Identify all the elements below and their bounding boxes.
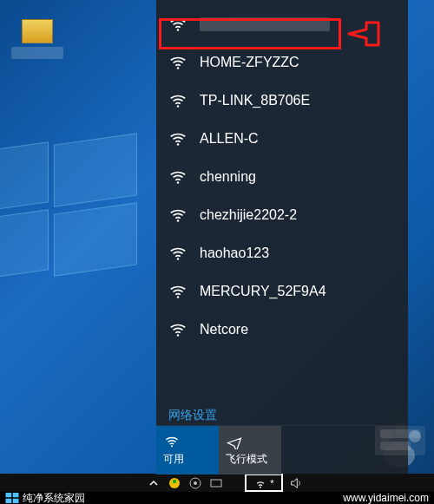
svg-point-8 xyxy=(177,334,180,337)
user-account-tile[interactable] xyxy=(375,426,425,455)
airplane-toggle[interactable]: 飞行模式 xyxy=(219,426,281,475)
svg-rect-21 xyxy=(13,493,19,497)
wifi-name-redacted xyxy=(200,17,330,31)
wifi-icon xyxy=(168,320,187,339)
svg-rect-20 xyxy=(6,493,12,497)
annotation-arrow-icon xyxy=(345,19,380,49)
wifi-icon xyxy=(168,206,187,225)
svg-rect-15 xyxy=(173,480,176,483)
watermark-bar: 纯净系统家园 www.yidaimei.com xyxy=(0,492,434,504)
svg-rect-23 xyxy=(13,499,19,503)
svg-point-4 xyxy=(177,181,180,184)
wifi-name: haohao123 xyxy=(200,245,269,261)
wifi-list: HOME-ZFYZZC TP-LINK_8B706E ALLEN-C chenn… xyxy=(156,0,408,401)
wifi-icon xyxy=(168,244,187,263)
wifi-item[interactable]: chenning xyxy=(156,158,408,196)
airplane-icon xyxy=(226,434,243,449)
wifi-toggle-label: 可用 xyxy=(163,452,184,467)
wifi-item[interactable]: haohao123 xyxy=(156,234,408,272)
svg-point-5 xyxy=(177,219,180,222)
wifi-icon xyxy=(253,476,267,490)
wifi-item[interactable]: MERCURY_52F9A4 xyxy=(156,272,408,311)
tray-volume-button[interactable] xyxy=(288,475,304,491)
svg-point-7 xyxy=(177,296,180,298)
svg-point-2 xyxy=(177,105,180,108)
wifi-name: chezhijie2202-2 xyxy=(200,207,297,223)
wifi-name: chenning xyxy=(200,169,256,185)
wifi-icon xyxy=(168,15,187,34)
wifi-name: Netcore xyxy=(200,322,248,337)
svg-point-0 xyxy=(177,29,180,31)
tray-app-icon[interactable] xyxy=(167,475,182,491)
wifi-icon xyxy=(168,91,187,110)
svg-rect-18 xyxy=(211,480,221,487)
wifi-item[interactable]: HOME-ZFYZZC xyxy=(156,43,408,82)
wifi-icon xyxy=(168,129,187,148)
svg-point-3 xyxy=(177,143,180,146)
tray-disc-icon[interactable] xyxy=(187,475,203,491)
wifi-name: TP-LINK_8B706E xyxy=(200,93,310,108)
svg-point-17 xyxy=(194,481,197,485)
network-flyout: HOME-ZFYZZC TP-LINK_8B706E ALLEN-C chenn… xyxy=(156,0,408,474)
tray-overflow-button[interactable] xyxy=(146,475,161,491)
svg-point-9 xyxy=(171,445,173,447)
wifi-toggle[interactable]: 可用 xyxy=(156,426,219,475)
quick-toggles: 可用 飞行模式 xyxy=(156,425,408,474)
watermark-brand: 纯净系统家园 xyxy=(23,491,85,505)
svg-rect-22 xyxy=(6,499,12,503)
wifi-asterisk: * xyxy=(270,478,273,488)
wifi-icon xyxy=(168,282,187,301)
svg-point-6 xyxy=(177,258,180,260)
wifi-icon xyxy=(163,434,181,449)
wifi-icon xyxy=(168,167,187,187)
wifi-item[interactable]: TP-LINK_8B706E xyxy=(156,82,408,120)
wifi-name: ALLEN-C xyxy=(200,131,259,147)
wifi-icon xyxy=(168,53,187,72)
wifi-name: HOME-ZFYZZC xyxy=(200,55,299,70)
system-tray: * xyxy=(142,474,307,492)
desktop-shortcut[interactable] xyxy=(16,19,59,59)
tray-network-button[interactable]: * xyxy=(245,474,283,492)
folder-icon xyxy=(22,19,53,43)
wifi-item[interactable]: Netcore xyxy=(156,311,408,349)
wifi-name: MERCURY_52F9A4 xyxy=(200,284,326,299)
wifi-item[interactable]: chezhijie2202-2 xyxy=(156,196,408,234)
airplane-toggle-label: 飞行模式 xyxy=(226,452,267,467)
brand-logo-icon xyxy=(5,493,19,503)
svg-point-19 xyxy=(260,486,261,488)
wifi-item[interactable]: ALLEN-C xyxy=(156,120,408,158)
desktop-shortcut-label xyxy=(11,47,63,59)
network-settings-link[interactable]: 网络设置 xyxy=(156,401,408,425)
tray-app2-icon[interactable] xyxy=(208,475,224,491)
watermark-url: www.yidaimei.com xyxy=(343,492,429,504)
svg-point-1 xyxy=(177,67,180,69)
